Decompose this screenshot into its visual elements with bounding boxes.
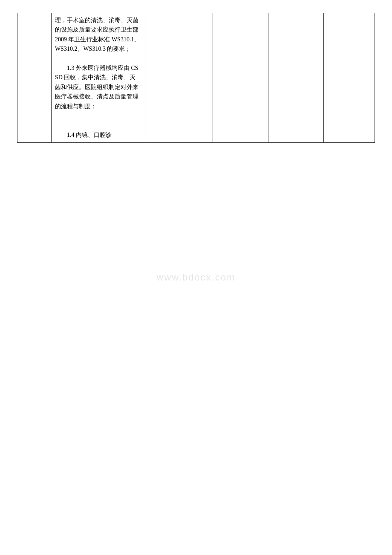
page: www.bdocx.com 理，手术室的清洗、消毒、灭菌的设施及质量要求应执行卫… [0, 0, 392, 555]
main-table: 理，手术室的清洗、消毒、灭菌的设施及质量要求应执行卫生部 2009 年卫生行业标… [17, 13, 375, 143]
text-section-13: 1.3 外来医疗器械均应由 CSSD 回收，集中清洗、消毒、灭菌和供应。医院组织… [55, 64, 141, 111]
cell-col3 [145, 13, 213, 143]
watermark: www.bdocx.com [157, 272, 236, 283]
cell-col6 [324, 13, 375, 143]
text-section-14: 1.4 内镜、口腔诊 [55, 130, 141, 140]
cell-col1 [17, 13, 52, 143]
cell-col2: 理，手术室的清洗、消毒、灭菌的设施及质量要求应执行卫生部 2009 年卫生行业标… [51, 13, 145, 143]
cell-col4 [213, 13, 268, 143]
text-intro: 理，手术室的清洗、消毒、灭菌的设施及质量要求应执行卫生部 2009 年卫生行业标… [55, 17, 140, 52]
table-row: 理，手术室的清洗、消毒、灭菌的设施及质量要求应执行卫生部 2009 年卫生行业标… [17, 13, 375, 143]
cell-col5 [268, 13, 324, 143]
